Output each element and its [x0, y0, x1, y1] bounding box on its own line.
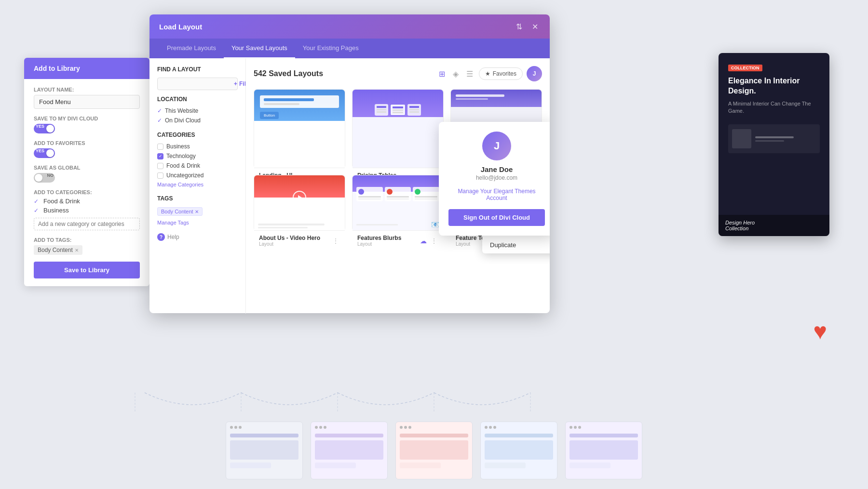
- sign-out-button[interactable]: Sign Out of Divi Cloud: [448, 209, 545, 226]
- sidebar-body-content-tag[interactable]: Body Content ✕: [157, 207, 203, 216]
- tags-sidebar-section: Tags Body Content ✕ Manage Tags: [157, 195, 238, 225]
- location-this-website[interactable]: ✓ This Website: [157, 107, 238, 114]
- layout-card-landing[interactable]: Button Landing - UI Mockup Layout ☁ ♥ ⋮: [254, 89, 345, 168]
- layout-thumb-features: 📧: [353, 175, 443, 230]
- add-category-input[interactable]: [34, 218, 140, 230]
- grid-view-button[interactable]: ⊞: [437, 68, 447, 79]
- interior-design-title: Elegance In Interior Design.: [728, 76, 820, 96]
- location-divi-cloud-label: On Divi Cloud: [165, 117, 201, 124]
- add-favorites-toggle[interactable]: YES: [34, 148, 55, 158]
- bg-thumb-1[interactable]: [226, 422, 303, 479]
- layout-card-features[interactable]: 📧 Features Blurbs Layout ☁ ⋮: [352, 175, 444, 231]
- profile-dropdown: J Jane Doe hello@jdoe.com Manage Your El…: [439, 122, 550, 236]
- category-food-drink: ✓ Food & Drink: [34, 198, 140, 205]
- location-title: Location: [157, 96, 238, 103]
- layouts-count: 542 Saved Layouts: [254, 69, 323, 78]
- manage-account-link[interactable]: Manage Your Elegant Themes Account: [448, 188, 545, 201]
- cat-food-drink[interactable]: Food & Drink: [157, 162, 238, 169]
- manage-categories-link[interactable]: Manage Categories: [157, 182, 238, 187]
- layout-thumb-pricing: [353, 90, 443, 168]
- modal-close-button[interactable]: ✕: [530, 20, 540, 33]
- add-tags-label: Add to Tags:: [34, 237, 140, 243]
- cat-food-label: Food & Drink: [166, 162, 200, 169]
- layout-card-type-about: Layout: [259, 241, 320, 247]
- category-food-drink-label: Food & Drink: [43, 198, 80, 205]
- cat-business[interactable]: Business: [157, 143, 238, 150]
- layout-thumb-about: [254, 175, 345, 230]
- more-btn-about[interactable]: ⋮: [331, 237, 340, 245]
- cat-checkbox-business[interactable]: [157, 144, 163, 150]
- layout-card-name-about: About Us - Video Hero: [259, 235, 320, 241]
- tags-title: Tags: [157, 195, 238, 202]
- help-label: Help: [167, 234, 179, 240]
- bg-thumb-2[interactable]: [311, 422, 388, 479]
- profile-name: Jane Doe: [448, 165, 545, 173]
- cat-checkbox-technology[interactable]: ✓: [157, 153, 163, 159]
- sidebar-tag-label: Body Content: [161, 209, 193, 214]
- save-global-toggle[interactable]: NO: [34, 173, 55, 183]
- category-business-label: Business: [43, 207, 69, 214]
- body-content-tag[interactable]: Body Content ✕: [34, 245, 82, 255]
- modal-header: Load Layout ⇅ ✕: [149, 14, 550, 39]
- modal-content-area: 542 Saved Layouts ⊞ ◈ ☰ ★ Favorites J: [246, 58, 550, 314]
- modal-sidebar: Find a Layout + Filter Location ✓ This W…: [149, 58, 246, 314]
- bookmark-view-button[interactable]: ◈: [451, 68, 461, 79]
- location-check-1: ✓: [157, 107, 162, 114]
- tab-existing-pages[interactable]: Your Existing Pages: [295, 39, 366, 58]
- layout-thumb-landing: Button: [254, 90, 345, 168]
- cat-technology[interactable]: ✓ Technology: [157, 153, 238, 159]
- layout-card-type-features: Layout: [357, 241, 401, 247]
- more-btn-features[interactable]: ⋮: [430, 237, 438, 245]
- layout-name-label: Layout Name:: [34, 87, 140, 93]
- cloud-icon-features: ☁: [420, 237, 427, 245]
- tag-label: Body Content: [38, 247, 73, 253]
- load-layout-modal: Load Layout ⇅ ✕ Premade Layouts Your Sav…: [149, 14, 550, 313]
- profile-avatar-button[interactable]: J: [527, 66, 542, 81]
- modal-settings-button[interactable]: ⇅: [514, 20, 524, 33]
- filter-label: Filter: [239, 80, 246, 87]
- layout-name-input[interactable]: [34, 95, 140, 109]
- cat-checkbox-food[interactable]: [157, 163, 163, 169]
- modal-header-actions: ⇅ ✕: [514, 20, 540, 33]
- interior-design-footer: Design Hero Collection: [719, 215, 829, 236]
- search-input[interactable]: [162, 80, 234, 87]
- collection-badge: COLLECTION: [728, 65, 762, 71]
- content-header: 542 Saved Layouts ⊞ ◈ ☰ ★ Favorites J: [254, 66, 542, 81]
- search-box: + Filter: [157, 78, 238, 90]
- find-layout-title: Find a Layout: [157, 66, 238, 73]
- save-cloud-toggle[interactable]: YES: [34, 124, 55, 133]
- cat-technology-label: Technology: [166, 153, 196, 159]
- layout-card-name-features: Features Blurbs: [357, 235, 401, 241]
- save-cloud-label: Save to my Divi Cloud: [34, 116, 140, 121]
- bg-thumb-4[interactable]: [480, 422, 557, 479]
- bg-thumb-3[interactable]: [395, 422, 473, 479]
- layout-card-about[interactable]: About Us - Video Hero Layout ⋮: [254, 175, 345, 231]
- modal-body: Find a Layout + Filter Location ✓ This W…: [149, 58, 550, 314]
- tab-premade-layouts[interactable]: Premade Layouts: [159, 39, 224, 58]
- collection-text: Collection: [725, 225, 823, 231]
- bg-thumb-5[interactable]: [565, 422, 642, 479]
- favorites-filter-button[interactable]: ★ Favorites: [479, 67, 523, 80]
- manage-tags-link[interactable]: Manage Tags: [157, 220, 238, 225]
- filter-button[interactable]: + Filter: [234, 80, 246, 87]
- layout-card-info-features: Features Blurbs Layout ☁ ⋮: [353, 230, 443, 251]
- tab-saved-layouts[interactable]: Your Saved Layouts: [224, 39, 295, 58]
- cat-checkbox-uncat[interactable]: [157, 172, 163, 179]
- help-link[interactable]: ? Help: [157, 233, 238, 241]
- list-view-button[interactable]: ☰: [464, 68, 475, 79]
- context-menu-duplicate[interactable]: Duplicate: [482, 237, 550, 253]
- layout-card-pricing[interactable]: Pricing Tables Layout ♥ ⋮: [352, 89, 444, 168]
- save-global-label: Save as Global: [34, 165, 140, 171]
- interior-design-content: COLLECTION Elegance In Interior Design. …: [719, 53, 829, 167]
- categories-section: Categories Business ✓ Technology Food & …: [157, 132, 238, 187]
- layout-card-info-about: About Us - Video Hero Layout ⋮: [254, 230, 345, 251]
- profile-avatar: J: [482, 132, 511, 160]
- location-divi-cloud[interactable]: ✓ On Divi Cloud: [157, 117, 238, 124]
- save-library-button[interactable]: Save to Library: [34, 262, 140, 278]
- tag-remove[interactable]: ✕: [75, 248, 79, 253]
- filter-plus-icon: +: [234, 80, 237, 87]
- sidebar-tag-remove-icon[interactable]: ✕: [195, 209, 199, 214]
- add-library-title: Add to Library: [34, 65, 80, 72]
- add-categories-label: Add to Categories:: [34, 189, 140, 195]
- cat-uncategorized[interactable]: Uncategorized: [157, 172, 238, 179]
